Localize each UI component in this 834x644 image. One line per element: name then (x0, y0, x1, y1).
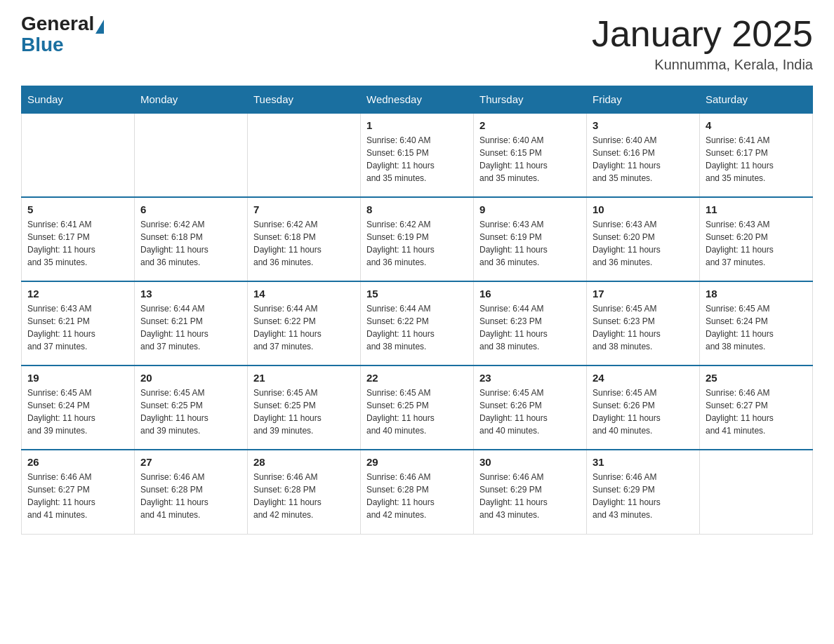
calendar-cell: 14Sunrise: 6:44 AM Sunset: 6:22 PM Dayli… (248, 281, 361, 365)
day-info: Sunrise: 6:44 AM Sunset: 6:23 PM Dayligh… (479, 302, 581, 353)
day-number: 9 (479, 203, 581, 215)
day-number: 31 (593, 456, 694, 468)
day-number: 24 (593, 372, 694, 384)
calendar-cell: 31Sunrise: 6:46 AM Sunset: 6:29 PM Dayli… (587, 450, 700, 534)
calendar-week-row: 12Sunrise: 6:43 AM Sunset: 6:21 PM Dayli… (22, 281, 813, 365)
day-info: Sunrise: 6:41 AM Sunset: 6:17 PM Dayligh… (706, 134, 807, 185)
day-header-wednesday: Wednesday (361, 86, 474, 114)
calendar-cell: 6Sunrise: 6:42 AM Sunset: 6:18 PM Daylig… (135, 197, 248, 281)
calendar-table: SundayMondayTuesdayWednesdayThursdayFrid… (21, 86, 813, 535)
day-number: 12 (27, 288, 128, 300)
calendar-week-row: 26Sunrise: 6:46 AM Sunset: 6:27 PM Dayli… (22, 450, 813, 534)
day-info: Sunrise: 6:42 AM Sunset: 6:18 PM Dayligh… (140, 218, 241, 269)
day-info: Sunrise: 6:43 AM Sunset: 6:21 PM Dayligh… (27, 302, 128, 353)
day-info: Sunrise: 6:44 AM Sunset: 6:22 PM Dayligh… (253, 302, 355, 353)
day-number: 29 (366, 456, 468, 468)
day-number: 2 (479, 119, 581, 131)
day-number: 7 (253, 203, 355, 215)
calendar-cell: 24Sunrise: 6:45 AM Sunset: 6:26 PM Dayli… (587, 365, 700, 450)
day-info: Sunrise: 6:42 AM Sunset: 6:18 PM Dayligh… (253, 218, 355, 269)
day-info: Sunrise: 6:40 AM Sunset: 6:15 PM Dayligh… (479, 134, 581, 185)
day-number: 20 (140, 372, 241, 384)
calendar-cell: 1Sunrise: 6:40 AM Sunset: 6:15 PM Daylig… (361, 113, 474, 197)
day-number: 26 (27, 456, 128, 468)
day-info: Sunrise: 6:44 AM Sunset: 6:21 PM Dayligh… (140, 302, 241, 353)
calendar-cell: 9Sunrise: 6:43 AM Sunset: 6:19 PM Daylig… (474, 197, 587, 281)
calendar-cell (135, 113, 248, 197)
calendar-week-row: 19Sunrise: 6:45 AM Sunset: 6:24 PM Dayli… (22, 365, 813, 450)
day-number: 5 (27, 203, 128, 215)
calendar-cell: 21Sunrise: 6:45 AM Sunset: 6:25 PM Dayli… (248, 365, 361, 450)
day-info: Sunrise: 6:46 AM Sunset: 6:29 PM Dayligh… (593, 471, 694, 521)
day-number: 22 (366, 372, 468, 384)
calendar-cell: 19Sunrise: 6:45 AM Sunset: 6:24 PM Dayli… (22, 365, 135, 450)
calendar-week-row: 1Sunrise: 6:40 AM Sunset: 6:15 PM Daylig… (22, 113, 813, 197)
day-info: Sunrise: 6:40 AM Sunset: 6:16 PM Dayligh… (593, 134, 694, 185)
day-number: 21 (253, 372, 355, 384)
page-title: January 2025 (592, 14, 813, 54)
day-number: 15 (366, 288, 468, 300)
calendar-cell: 26Sunrise: 6:46 AM Sunset: 6:27 PM Dayli… (22, 450, 135, 534)
day-number: 14 (253, 288, 355, 300)
calendar-header-row: SundayMondayTuesdayWednesdayThursdayFrid… (22, 86, 813, 114)
day-number: 6 (140, 203, 241, 215)
calendar-cell: 15Sunrise: 6:44 AM Sunset: 6:22 PM Dayli… (361, 281, 474, 365)
calendar-cell: 2Sunrise: 6:40 AM Sunset: 6:15 PM Daylig… (474, 113, 587, 197)
day-info: Sunrise: 6:42 AM Sunset: 6:19 PM Dayligh… (366, 218, 468, 269)
day-info: Sunrise: 6:45 AM Sunset: 6:23 PM Dayligh… (593, 302, 694, 353)
day-number: 8 (366, 203, 468, 215)
day-number: 30 (479, 456, 581, 468)
calendar-cell: 8Sunrise: 6:42 AM Sunset: 6:19 PM Daylig… (361, 197, 474, 281)
calendar-cell: 23Sunrise: 6:45 AM Sunset: 6:26 PM Dayli… (474, 365, 587, 450)
day-info: Sunrise: 6:43 AM Sunset: 6:19 PM Dayligh… (479, 218, 581, 269)
day-info: Sunrise: 6:46 AM Sunset: 6:27 PM Dayligh… (27, 471, 128, 521)
calendar-cell: 29Sunrise: 6:46 AM Sunset: 6:28 PM Dayli… (361, 450, 474, 534)
day-info: Sunrise: 6:45 AM Sunset: 6:24 PM Dayligh… (27, 387, 128, 437)
day-number: 23 (479, 372, 581, 384)
day-number: 1 (366, 119, 468, 131)
day-info: Sunrise: 6:46 AM Sunset: 6:27 PM Dayligh… (706, 387, 807, 437)
day-number: 10 (593, 203, 694, 215)
calendar-cell: 22Sunrise: 6:45 AM Sunset: 6:25 PM Dayli… (361, 365, 474, 450)
day-header-thursday: Thursday (474, 86, 587, 114)
day-number: 19 (27, 372, 128, 384)
day-info: Sunrise: 6:45 AM Sunset: 6:26 PM Dayligh… (593, 387, 694, 437)
calendar-cell: 12Sunrise: 6:43 AM Sunset: 6:21 PM Dayli… (22, 281, 135, 365)
calendar-cell: 17Sunrise: 6:45 AM Sunset: 6:23 PM Dayli… (587, 281, 700, 365)
calendar-cell: 25Sunrise: 6:46 AM Sunset: 6:27 PM Dayli… (700, 365, 813, 450)
day-info: Sunrise: 6:46 AM Sunset: 6:29 PM Dayligh… (479, 471, 581, 521)
calendar-cell (248, 113, 361, 197)
day-number: 18 (706, 288, 807, 300)
logo: General Blue (21, 14, 105, 56)
day-header-sunday: Sunday (22, 86, 135, 114)
day-info: Sunrise: 6:46 AM Sunset: 6:28 PM Dayligh… (366, 471, 468, 521)
day-info: Sunrise: 6:46 AM Sunset: 6:28 PM Dayligh… (140, 471, 241, 521)
calendar-cell: 27Sunrise: 6:46 AM Sunset: 6:28 PM Dayli… (135, 450, 248, 534)
calendar-cell: 18Sunrise: 6:45 AM Sunset: 6:24 PM Dayli… (700, 281, 813, 365)
day-info: Sunrise: 6:45 AM Sunset: 6:25 PM Dayligh… (366, 387, 468, 437)
day-header-monday: Monday (135, 86, 248, 114)
day-number: 25 (706, 372, 807, 384)
calendar-cell (700, 450, 813, 534)
day-info: Sunrise: 6:45 AM Sunset: 6:25 PM Dayligh… (253, 387, 355, 437)
calendar-cell: 5Sunrise: 6:41 AM Sunset: 6:17 PM Daylig… (22, 197, 135, 281)
day-number: 27 (140, 456, 241, 468)
calendar-cell: 7Sunrise: 6:42 AM Sunset: 6:18 PM Daylig… (248, 197, 361, 281)
day-number: 28 (253, 456, 355, 468)
day-info: Sunrise: 6:43 AM Sunset: 6:20 PM Dayligh… (706, 218, 807, 269)
day-number: 13 (140, 288, 241, 300)
day-info: Sunrise: 6:45 AM Sunset: 6:25 PM Dayligh… (140, 387, 241, 437)
day-info: Sunrise: 6:44 AM Sunset: 6:22 PM Dayligh… (366, 302, 468, 353)
day-info: Sunrise: 6:40 AM Sunset: 6:15 PM Dayligh… (366, 134, 468, 185)
logo-triangle-icon (95, 20, 104, 34)
header: General Blue January 2025 Kunnumma, Kera… (21, 14, 813, 73)
calendar-cell: 11Sunrise: 6:43 AM Sunset: 6:20 PM Dayli… (700, 197, 813, 281)
day-info: Sunrise: 6:45 AM Sunset: 6:26 PM Dayligh… (479, 387, 581, 437)
day-number: 4 (706, 119, 807, 131)
calendar-cell: 28Sunrise: 6:46 AM Sunset: 6:28 PM Dayli… (248, 450, 361, 534)
day-info: Sunrise: 6:46 AM Sunset: 6:28 PM Dayligh… (253, 471, 355, 521)
calendar-week-row: 5Sunrise: 6:41 AM Sunset: 6:17 PM Daylig… (22, 197, 813, 281)
calendar-cell: 13Sunrise: 6:44 AM Sunset: 6:21 PM Dayli… (135, 281, 248, 365)
day-header-saturday: Saturday (700, 86, 813, 114)
day-number: 3 (593, 119, 694, 131)
